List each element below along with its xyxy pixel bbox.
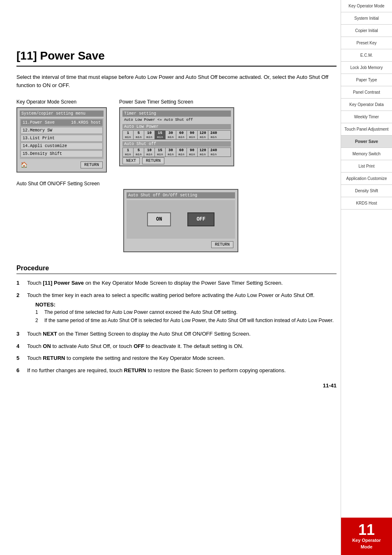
sidebar-item-key-operator[interactable]: Key Operator Mode bbox=[341, 0, 392, 12]
timer-screen: Timer setting Auto Low Power <= Auto Shu… bbox=[119, 107, 234, 166]
off-button[interactable]: OFF bbox=[187, 212, 214, 226]
shut-cell-60[interactable]: 60min bbox=[176, 148, 187, 157]
shut-cell-30[interactable]: 30min bbox=[166, 148, 176, 157]
procedure-list: 1 Touch [11] Power Save on the Key Opera… bbox=[16, 279, 337, 374]
key-operator-label: Key Operator Mode Screen bbox=[16, 99, 107, 105]
sidebar-item-list-print[interactable]: List Print bbox=[341, 160, 392, 173]
timer-cell-30[interactable]: 30min bbox=[166, 131, 176, 139]
intro-text: Select the interval of time that must el… bbox=[16, 73, 337, 89]
note-1: 1 The period of time selected for Auto L… bbox=[35, 309, 337, 316]
procedure-item-4: 4 Touch ON to activate Auto Shut Off, or… bbox=[16, 342, 337, 350]
on-button[interactable]: ON bbox=[147, 212, 171, 226]
key-op-return-btn[interactable]: RETURN bbox=[81, 161, 103, 168]
sidebar-item-lock-job[interactable]: Lock Job Memory bbox=[341, 62, 392, 74]
shut-cell-5[interactable]: 5min bbox=[134, 148, 144, 157]
key-operator-block: Key Operator Mode Screen System/copier s… bbox=[16, 99, 107, 173]
badge-number: 11 bbox=[343, 523, 390, 537]
procedure-item-6: 6 If no further changes are required, to… bbox=[16, 366, 337, 375]
shutoff-section: Auto Shut Off ON/OFF Setting Screen Auto… bbox=[16, 181, 337, 252]
step-num-5: 5 bbox=[16, 354, 23, 362]
timer-cell-60[interactable]: 60min bbox=[176, 131, 187, 139]
menu-item-4[interactable]: 14.Appli customize bbox=[21, 143, 103, 150]
procedure-item-5: 5 Touch RETURN to complete the setting a… bbox=[16, 354, 337, 362]
procedure-item-2: 2 Touch the timer key in each area to se… bbox=[16, 291, 337, 326]
step-num-3: 3 bbox=[16, 330, 23, 338]
shutoff-title: Auto Shut off On/Off setting bbox=[127, 192, 235, 198]
shutoff-screen: Auto Shut off On/Off setting ON OFF RETU… bbox=[123, 189, 238, 252]
timer-cell-15[interactable]: 15min bbox=[155, 131, 166, 139]
sidebar-item-panel-contrast[interactable]: Panel Contrast bbox=[341, 86, 392, 99]
timer-subtitle: Auto Low Power <= Auto Shut off bbox=[122, 117, 231, 122]
procedure-item-3: 3 Touch NEXT on the Timer Setting Screen… bbox=[16, 330, 337, 338]
note-2: 2 If the same period of time as Auto Shu… bbox=[35, 317, 337, 324]
menu-item-2[interactable]: 12.Memory SW bbox=[21, 127, 103, 134]
timer-title: Timer setting bbox=[122, 111, 231, 117]
procedure-title: Procedure bbox=[16, 265, 337, 274]
timer-return-btn[interactable]: RETURN bbox=[142, 157, 164, 164]
shut-cell-240[interactable]: 240min bbox=[208, 148, 219, 157]
step-text-6: If no further changes are required, touc… bbox=[27, 366, 337, 375]
step-text-1: Touch [11] Power Save on the Key Operato… bbox=[27, 279, 337, 287]
on-off-row: ON OFF bbox=[131, 212, 231, 226]
menu-item-5[interactable]: 15.Density Shift bbox=[21, 150, 103, 157]
shut-cell-15[interactable]: 15min bbox=[155, 148, 166, 157]
step-num-4: 4 bbox=[16, 342, 23, 350]
sidebar-item-weekly-timer[interactable]: Weekly Timer bbox=[341, 111, 392, 123]
step-text-3: Touch NEXT on the Timer Setting Screen t… bbox=[27, 330, 337, 338]
menu-items: 11.Power Save 16.KRDS host 12.Memory SW … bbox=[20, 118, 104, 159]
page-title: [11] Power Save bbox=[16, 49, 337, 67]
notes-block: NOTES: 1 The period of time selected for… bbox=[35, 301, 337, 324]
next-btn[interactable]: NEXT bbox=[122, 157, 140, 164]
sidebar-item-preset-key[interactable]: Preset Key bbox=[341, 37, 392, 49]
key-operator-screen: System/copier setting menu 11.Power Save… bbox=[16, 107, 107, 173]
shut-cell-90[interactable]: 90min bbox=[187, 148, 198, 157]
shutoff-content: ON OFF bbox=[127, 200, 235, 239]
sidebar-item-paper-type[interactable]: Paper Type bbox=[341, 74, 392, 86]
shut-cell-120[interactable]: 120min bbox=[198, 148, 208, 157]
sidebar-item-system-initial[interactable]: System Initial bbox=[341, 12, 392, 25]
step-text-4: Touch ON to activate Auto Shut Off, or t… bbox=[27, 342, 337, 350]
key-op-bottom: 🏠 RETURN bbox=[20, 161, 104, 169]
shutoff-label: Auto Shut Off ON/OFF Setting Screen bbox=[16, 181, 337, 187]
notes-list: 1 The period of time selected for Auto L… bbox=[35, 309, 337, 325]
shutoff-bottom: RETURN bbox=[127, 240, 235, 249]
sidebar: Key Operator Mode System Initial Copier … bbox=[341, 0, 392, 555]
step-text-5: Touch RETURN to complete the setting and… bbox=[27, 354, 337, 362]
shut-cell-10[interactable]: 10min bbox=[144, 148, 155, 157]
sidebar-item-copier-initial[interactable]: Copier Initial bbox=[341, 25, 392, 37]
sidebar-item-density-shift[interactable]: Density Shift bbox=[341, 185, 392, 197]
timer-block: Power Save Timer Setting Screen Timer se… bbox=[119, 99, 234, 166]
menu-item-3[interactable]: 13.List Print bbox=[21, 135, 103, 142]
procedure-item-1: 1 Touch [11] Power Save on the Key Opera… bbox=[16, 279, 337, 287]
procedure-section: Procedure 1 Touch [11] Power Save on the… bbox=[16, 265, 337, 374]
auto-shut-grid: 1min 5min 10min 15min 30min 60min 90min … bbox=[122, 147, 231, 157]
timer-cell-90[interactable]: 90min bbox=[187, 131, 198, 139]
timer-label: Power Save Timer Setting Screen bbox=[119, 99, 234, 105]
step-num-6: 6 bbox=[16, 366, 23, 375]
sidebar-item-ecm[interactable]: E.C.M. bbox=[341, 49, 392, 62]
key-op-title: System/copier setting menu bbox=[20, 111, 104, 117]
sidebar-item-app-customize[interactable]: Application Customize bbox=[341, 173, 392, 185]
timer-cell-120[interactable]: 120min bbox=[198, 131, 208, 139]
timer-cell-10[interactable]: 10min bbox=[144, 131, 155, 139]
timer-cell-240[interactable]: 240min bbox=[208, 131, 219, 139]
auto-shut-label: Auto Shut off bbox=[122, 141, 231, 147]
shutoff-return-btn[interactable]: RETURN bbox=[211, 241, 233, 248]
shut-cell-1[interactable]: 1min bbox=[123, 148, 134, 157]
page-number: 11-41 bbox=[16, 382, 337, 389]
menu-item-1[interactable]: 11.Power Save 16.KRDS host bbox=[21, 119, 103, 126]
sidebar-item-touch-panel[interactable]: Touch Panel Adjustment bbox=[341, 123, 392, 136]
step-num-1: 1 bbox=[16, 279, 23, 287]
timer-cell-1[interactable]: 1min bbox=[123, 131, 134, 139]
sidebar-item-krds-host[interactable]: KRDS Host bbox=[341, 197, 392, 210]
timer-cell-5[interactable]: 5min bbox=[134, 131, 144, 139]
sidebar-item-key-op-data[interactable]: Key Operator Data bbox=[341, 99, 392, 111]
step-text-2: Touch the timer key in each area to sele… bbox=[27, 291, 337, 326]
home-icon[interactable]: 🏠 bbox=[21, 161, 28, 168]
badge-label: Key OperatorMode bbox=[352, 538, 381, 549]
sidebar-badge: 11 Key OperatorMode bbox=[341, 518, 392, 555]
sidebar-item-memory-switch[interactable]: Memory Switch bbox=[341, 148, 392, 160]
sidebar-item-power-save[interactable]: Power Save bbox=[341, 136, 392, 148]
timer-bottom: NEXT RETURN bbox=[122, 159, 231, 163]
auto-low-power-label: Auto Low Power bbox=[122, 124, 231, 129]
